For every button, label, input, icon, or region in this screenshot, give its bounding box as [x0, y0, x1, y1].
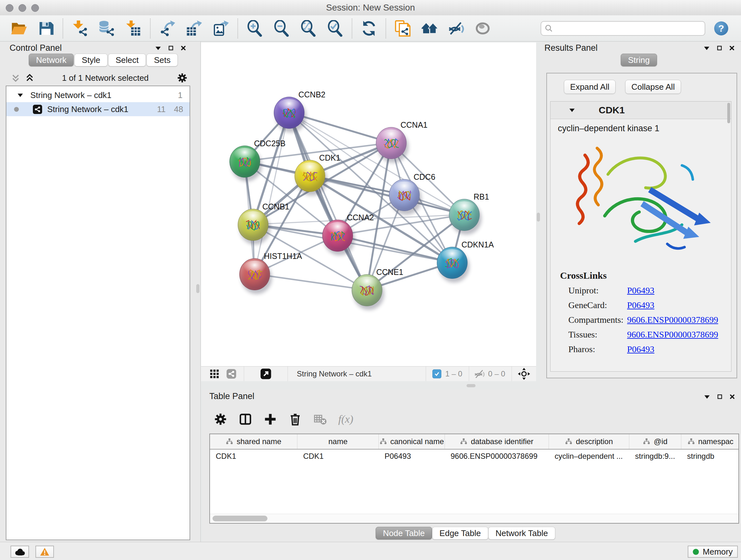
section-collapse-icon[interactable] [569, 108, 575, 112]
import-network-from-database-button[interactable] [98, 19, 116, 38]
control-panel-menu-icon[interactable] [155, 46, 161, 51]
table-cell[interactable]: stringdb:9... [629, 449, 681, 463]
toolbar-separator [238, 18, 238, 38]
table-cell[interactable]: 9606.ENSP00000378699 [445, 449, 549, 463]
table-options-gear-icon[interactable] [214, 413, 227, 426]
results-panel-menu-icon[interactable] [704, 46, 710, 51]
results-panel-float-icon[interactable] [717, 45, 722, 51]
crosslink-link[interactable]: P06493 [627, 344, 655, 354]
node-CDC6[interactable] [389, 179, 420, 211]
fit-content-button[interactable] [299, 19, 317, 38]
tab-node-table[interactable]: Node Table [376, 527, 432, 540]
table-row[interactable]: CDK1CDK1P064939606.ENSP00000378699cyclin… [210, 449, 738, 463]
network-view-canvas[interactable]: CCNB2 CCNA1 CDC25B CDK1 CDC6 RB1 CCNB1 C… [201, 43, 536, 381]
column-header-shared-name[interactable]: shared name [210, 434, 297, 449]
control-panel-float-icon[interactable] [168, 45, 174, 51]
import-network-from-file-button[interactable] [71, 19, 89, 38]
network-row-selected[interactable]: String Network – cdk1 11 48 [6, 102, 190, 116]
node-CCNA1[interactable] [376, 127, 407, 159]
clone-network-button[interactable] [394, 19, 412, 38]
edge-CCNB2-CCNE1[interactable] [289, 112, 367, 290]
table-cell[interactable]: stringdb [681, 449, 739, 463]
network-options-gear-icon[interactable] [177, 72, 188, 83]
zoom-out-button[interactable] [273, 19, 290, 38]
edge-CCNB2-CCNA1[interactable] [289, 112, 391, 143]
horizontal-splitter-handle[interactable] [467, 384, 475, 387]
tab-network[interactable]: Network [29, 54, 74, 66]
first-neighbors-button[interactable] [421, 19, 439, 38]
tab-select[interactable]: Select [108, 54, 146, 66]
memory-button[interactable]: Memory [688, 546, 738, 558]
network-collection-row[interactable]: String Network – cdk1 1 [6, 88, 190, 102]
export-table-button[interactable] [185, 19, 203, 38]
node-CDK1[interactable] [294, 160, 325, 192]
tab-network-table[interactable]: Network Table [488, 527, 555, 540]
table-cell[interactable]: CDK1 [297, 449, 379, 463]
collapse-all-button[interactable]: Collapse All [625, 80, 681, 94]
hide-selection-button[interactable] [448, 19, 465, 38]
show-all-button[interactable] [474, 19, 492, 38]
collection-expander-icon[interactable] [17, 93, 23, 98]
left-splitter-handle[interactable] [196, 284, 199, 293]
right-splitter-handle[interactable] [537, 212, 540, 222]
node-CCNB1[interactable] [238, 209, 268, 241]
import-table-from-file-button[interactable] [125, 19, 142, 38]
search-input[interactable] [553, 23, 701, 33]
selected-count-checkbox[interactable] [432, 369, 441, 378]
node-CCNE1[interactable] [352, 274, 382, 306]
table-scrollbar-thumb[interactable] [212, 516, 267, 521]
save-session-button[interactable] [37, 19, 55, 38]
crosslink-link[interactable]: P06493 [627, 300, 655, 310]
expand-all-button[interactable]: Expand All [564, 80, 616, 94]
edge-HIST1H1A-CCNE1[interactable] [254, 274, 367, 290]
tab-edge-table[interactable]: Edge Table [432, 527, 488, 540]
table-cell[interactable]: P06493 [379, 449, 445, 463]
table-panel-float-icon[interactable] [717, 394, 723, 399]
table-cell[interactable]: cyclin–dependent ... [549, 449, 629, 463]
node-CCNA2[interactable] [322, 220, 353, 252]
protein-section-header[interactable]: CDK1 [550, 102, 731, 119]
warnings-button[interactable] [36, 546, 54, 558]
search-box[interactable] [541, 21, 705, 36]
column-header--id[interactable]: @id [629, 434, 681, 449]
tab-sets[interactable]: Sets [146, 54, 178, 66]
help-button[interactable]: ? [714, 21, 728, 36]
show-columns-icon[interactable] [239, 413, 252, 426]
table-panel-close-icon[interactable] [730, 394, 735, 399]
open-session-button[interactable] [10, 19, 28, 38]
column-header-name[interactable]: name [297, 434, 379, 449]
fit-selected-crosshair-icon[interactable] [518, 368, 530, 380]
table-cell[interactable]: CDK1 [210, 449, 297, 463]
column-header-namespac[interactable]: namespac [681, 434, 739, 449]
export-network-button[interactable] [158, 19, 176, 38]
delete-column-icon[interactable] [288, 413, 302, 426]
table-horizontal-scrollbar[interactable] [210, 514, 738, 523]
tab-string[interactable]: String [621, 54, 657, 66]
collapse-all-networks-icon[interactable] [11, 74, 20, 82]
results-scrollbar-thumb[interactable] [727, 103, 730, 123]
crosslink-link[interactable]: 9606.ENSP00000378699 [627, 315, 718, 325]
crosslink-link[interactable]: 9606.ENSP00000378699 [627, 329, 718, 340]
zoom-in-button[interactable] [246, 19, 264, 38]
cloud-button[interactable] [10, 546, 29, 558]
column-header-database-identifier[interactable]: database identifier [445, 434, 549, 449]
crosslink-link[interactable]: P06493 [627, 286, 655, 296]
add-column-icon[interactable] [264, 413, 277, 426]
node-CCNB2[interactable] [274, 97, 305, 129]
column-header-canonical-name[interactable]: canonical name [379, 434, 445, 449]
table-panel-menu-icon[interactable] [704, 395, 710, 399]
birds-eye-grid-icon[interactable] [209, 369, 219, 379]
column-header-description[interactable]: description [549, 434, 629, 449]
tab-style[interactable]: Style [74, 54, 108, 66]
node-CDC25B[interactable] [229, 145, 260, 178]
results-panel-close-icon[interactable] [729, 45, 735, 51]
zoom-selected-button[interactable] [326, 19, 344, 38]
node-RB1[interactable] [449, 199, 480, 231]
refresh-view-button[interactable] [360, 19, 378, 38]
control-panel-close-icon[interactable] [181, 45, 186, 51]
detach-view-icon[interactable] [260, 368, 272, 380]
expand-all-networks-icon[interactable] [25, 74, 34, 82]
node-CDKN1A[interactable] [437, 247, 468, 279]
export-image-button[interactable] [212, 19, 230, 38]
node-HIST1H1A[interactable] [239, 258, 270, 290]
